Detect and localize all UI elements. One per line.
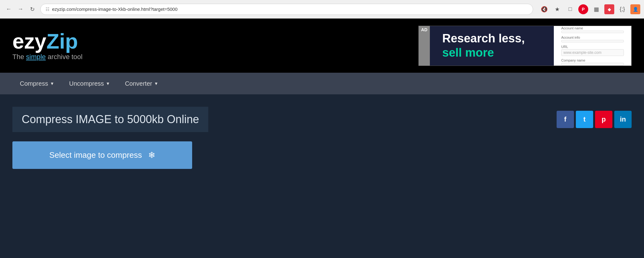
select-image-button[interactable]: Select image to compress ❄: [12, 141, 192, 169]
ad-label: AD: [419, 26, 430, 66]
ad-account-info-input[interactable]: [561, 40, 624, 42]
url-bar[interactable]: ☷ ezyzip.com/compress-image-to-Xkb-onlin…: [40, 4, 533, 15]
logo: ezyZip: [12, 31, 82, 52]
bookmark-button[interactable]: ★: [552, 4, 562, 14]
ad-headline: Research less, sell more: [442, 32, 525, 60]
reload-button[interactable]: ↻: [27, 4, 37, 14]
ad-company-field: Company name: [561, 58, 624, 65]
page-header-row: Compress IMAGE to 5000kb Online f t p in: [12, 107, 632, 132]
logo-area: ezyZip The simple archive tool: [12, 31, 82, 61]
converter-label: Converter: [125, 80, 152, 87]
tagline-suffix: archive tool: [46, 53, 83, 61]
social-buttons: f t p in: [557, 111, 632, 128]
mute-button[interactable]: 🔇: [539, 4, 549, 14]
facebook-share-button[interactable]: f: [557, 111, 574, 128]
ad-content: Research less, sell more: [430, 26, 554, 66]
ad-account-info-label: Account info: [561, 36, 624, 39]
nav-compress[interactable]: Compress ▼: [12, 73, 62, 94]
ad-account-name-field: Account name: [561, 26, 624, 33]
ad-banner: AD Research less, sell more Account name…: [418, 26, 632, 66]
ad-headline-line2: sell more: [442, 46, 494, 59]
crop-extension[interactable]: ▦: [591, 4, 601, 14]
ad-company-label: Company name: [561, 58, 624, 62]
ad-url-input[interactable]: www.example-site.com: [561, 49, 624, 56]
uncompress-label: Uncompress: [69, 80, 104, 87]
converter-dropdown-arrow: ▼: [154, 81, 158, 86]
ad-headline-line1: Research less,: [442, 32, 525, 45]
red-extension[interactable]: ◆: [604, 4, 614, 14]
upload-button-label: Select image to compress: [49, 150, 142, 160]
ad-account-name-label: Account name: [561, 26, 624, 30]
pinterest-extension[interactable]: P: [578, 4, 588, 14]
logo-tagline: The simple archive tool: [12, 53, 82, 61]
ad-url-label: URL: [561, 45, 624, 49]
browser-chrome: ← → ↻ ☷ ezyzip.com/compress-image-to-Xkb…: [0, 0, 644, 19]
compress-label: Compress: [20, 80, 48, 87]
back-button[interactable]: ←: [4, 4, 14, 14]
dropbox-icon: ❄: [148, 150, 155, 160]
nav-uncompress[interactable]: Uncompress ▼: [62, 73, 117, 94]
nav-converter[interactable]: Converter ▼: [117, 73, 166, 94]
main-content: Compress IMAGE to 5000kb Online f t p in…: [0, 94, 644, 218]
ad-form: Account name Account info URL www.exampl…: [554, 26, 631, 66]
site-header: ezyZip The simple archive tool AD Resear…: [0, 19, 644, 73]
pinterest-share-button[interactable]: p: [595, 111, 612, 128]
ad-account-info-field: Account info: [561, 36, 624, 42]
tagline-prefix: The: [12, 53, 26, 61]
page-title: Compress IMAGE to 5000kb Online: [22, 113, 199, 126]
uncompress-dropdown-arrow: ▼: [106, 81, 110, 86]
orange-extension[interactable]: 👤: [630, 4, 640, 14]
screenshot-button[interactable]: □: [565, 4, 575, 14]
nav-buttons: ← → ↻: [4, 4, 37, 14]
logo-zip: Zip: [46, 29, 78, 53]
ad-company-input[interactable]: [561, 63, 624, 65]
forward-button[interactable]: →: [15, 4, 25, 14]
browser-actions: 🔇 ★ □ P ▦ ◆ {;} 👤: [539, 4, 640, 14]
url-security-icon: ☷: [46, 7, 50, 12]
twitter-share-button[interactable]: t: [576, 111, 593, 128]
page-title-box: Compress IMAGE to 5000kb Online: [12, 107, 208, 132]
compress-dropdown-arrow: ▼: [50, 81, 54, 86]
tagline-simple: simple: [26, 53, 46, 61]
url-text: ezyzip.com/compress-image-to-Xkb-online.…: [52, 6, 528, 12]
ad-url-field: URL www.example-site.com: [561, 45, 624, 56]
nav-bar: Compress ▼ Uncompress ▼ Converter ▼: [0, 73, 644, 94]
linkedin-share-button[interactable]: in: [614, 111, 632, 128]
curly-extension[interactable]: {;}: [617, 4, 627, 14]
ad-account-name-input[interactable]: [561, 31, 624, 33]
logo-ezy: ezy: [12, 29, 46, 53]
